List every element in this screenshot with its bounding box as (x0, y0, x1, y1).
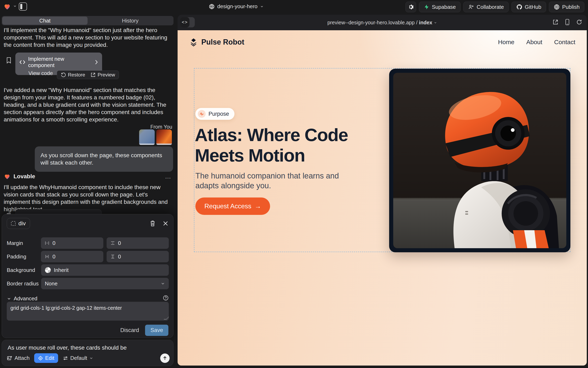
supabase-button[interactable]: Supabase (419, 2, 461, 12)
margin-y-input[interactable]: 0 (107, 237, 169, 249)
chevron-right-icon (95, 60, 98, 64)
attachment-thumbnail-blue[interactable] (139, 129, 155, 145)
assistant-name: Lovable (13, 173, 35, 180)
version-hover-actions: Restore Preview (57, 71, 119, 79)
sliders-icon (63, 355, 68, 361)
hero-robot-card (389, 69, 570, 252)
publish-label: Publish (562, 4, 580, 10)
github-icon (516, 4, 522, 10)
border-radius-label: Border radius (7, 280, 41, 287)
background-label: Background (7, 267, 41, 273)
refresh-icon (576, 19, 582, 25)
attach-button[interactable]: Attach (7, 355, 30, 361)
border-radius-select[interactable]: None (41, 278, 169, 289)
preview-toolbar: <> preview--design-your-hero.lovable.app… (178, 15, 587, 30)
nav-about[interactable]: About (526, 39, 542, 46)
code-icon (19, 60, 25, 64)
nav-contact[interactable]: Contact (554, 39, 575, 46)
pulse-icon (198, 110, 206, 118)
selected-element-chip[interactable]: div (7, 218, 30, 229)
open-in-new-tab-button[interactable] (552, 19, 559, 25)
trash-icon (150, 220, 156, 227)
margin-vertical-icon (110, 241, 115, 246)
assistant-message: I'll implement the "Why Humanoid" sectio… (4, 27, 169, 49)
github-label: GitHub (525, 4, 541, 10)
attachment-thumbnail-orange[interactable] (156, 129, 172, 145)
dashed-box-icon (11, 221, 16, 226)
margin-horizontal-icon (45, 241, 49, 246)
component-card-title: Implement new component (28, 56, 89, 68)
chat-input[interactable]: As user mouse roll over, these cards sho… (8, 344, 167, 351)
model-mode-select[interactable]: Default (63, 355, 93, 361)
element-inspector-panel: div Margin 0 (2, 214, 173, 338)
mobile-view-button[interactable] (565, 19, 570, 25)
site-brand-name: Pulse Robot (201, 38, 244, 46)
collaborate-icon (468, 4, 474, 10)
hero-headline: Atlas: Where Code Meets Motion (195, 125, 360, 166)
padding-y-input[interactable]: 0 (107, 251, 169, 262)
attach-image-icon (7, 355, 12, 361)
chat-sidebar: Chat History I'll implement the "Why Hum… (0, 0, 175, 368)
gear-icon (408, 4, 414, 10)
lovable-app-window: design-your-hero Supabase Collaborate Gi… (0, 0, 588, 368)
close-inspector-button[interactable] (163, 221, 168, 226)
publish-button[interactable]: Publish (549, 2, 584, 12)
chat-history-tabs: Chat History (2, 16, 173, 25)
padding-vertical-icon (110, 254, 115, 259)
preview-page: index (419, 20, 432, 25)
preview-button[interactable]: Preview (90, 72, 115, 78)
send-button[interactable] (160, 353, 170, 363)
site-header: Pulse Robot Home About Contact (189, 38, 575, 47)
robot-image (393, 73, 566, 248)
request-access-button[interactable]: Request Access → (195, 197, 270, 215)
margin-x-input[interactable]: 0 (41, 237, 103, 249)
settings-button[interactable] (406, 2, 416, 12)
supabase-label: Supabase (432, 4, 456, 10)
discard-button[interactable]: Discard (120, 327, 139, 333)
preview-url: preview--design-your-hero.lovable.app (327, 20, 415, 25)
save-button[interactable]: Save (145, 325, 168, 336)
nav-home[interactable]: Home (498, 39, 514, 46)
arrow-right-icon: → (255, 202, 261, 210)
preview-pane: <> preview--design-your-hero.lovable.app… (178, 15, 587, 366)
message-menu-button[interactable]: … (165, 173, 171, 180)
preview-url-breadcrumb[interactable]: preview--design-your-hero.lovable.app / … (178, 20, 587, 26)
external-link-icon (552, 19, 559, 25)
user-message-bubble: As you scroll down the page, these compo… (35, 146, 173, 172)
delete-element-button[interactable] (150, 220, 156, 227)
transparency-swatch-icon (45, 267, 51, 273)
lovable-heart-icon (4, 173, 11, 180)
chevron-down-icon (434, 21, 437, 24)
collaborate-label: Collaborate (477, 4, 504, 10)
restore-icon (61, 72, 66, 77)
project-chevron-down-icon (260, 5, 264, 8)
chat-composer: As user mouse roll over, these cards sho… (2, 340, 173, 366)
bookmark-icon[interactable] (6, 57, 12, 64)
help-icon[interactable] (163, 295, 169, 302)
padding-label: Padding (7, 254, 41, 260)
tailwind-classes-input[interactable]: grid grid-cols-1 lg:grid-cols-2 gap-12 i… (7, 302, 169, 321)
site-brand[interactable]: Pulse Robot (189, 38, 244, 47)
mobile-icon (565, 19, 570, 25)
external-link-icon (90, 72, 96, 77)
project-name: design-your-hero (217, 3, 257, 9)
target-icon (38, 356, 43, 361)
tab-chat[interactable]: Chat (2, 17, 87, 25)
supabase-icon (424, 4, 429, 10)
advanced-toggle[interactable]: Advanced (7, 295, 169, 302)
edit-mode-button[interactable]: Edit (34, 353, 58, 363)
background-input[interactable]: Inherit (41, 264, 169, 276)
restore-button[interactable]: Restore (61, 72, 85, 78)
from-you-label: From You (150, 124, 172, 130)
github-button[interactable]: GitHub (512, 2, 546, 12)
refresh-button[interactable] (576, 19, 582, 25)
project-globe-icon (209, 3, 215, 9)
close-icon (163, 221, 168, 226)
collaborate-button[interactable]: Collaborate (463, 2, 509, 12)
chevron-down-icon (161, 281, 165, 286)
padding-x-input[interactable]: 0 (41, 251, 103, 262)
project-switcher[interactable]: design-your-hero (209, 3, 264, 9)
tab-history[interactable]: History (87, 17, 173, 25)
chevron-down-icon (89, 356, 93, 360)
site-nav: Home About Contact (498, 39, 575, 46)
